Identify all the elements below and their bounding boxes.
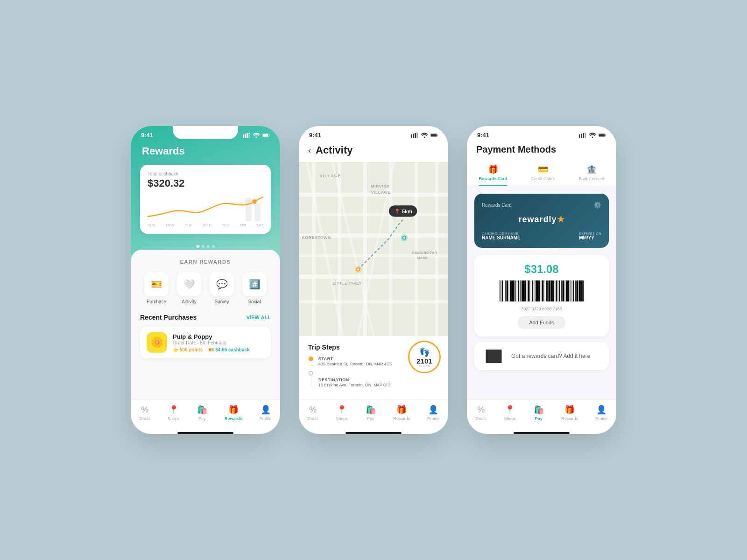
- svg-rect-68: [512, 280, 514, 301]
- tab-rewards-card[interactable]: 🎁 Rewards Card: [479, 164, 507, 186]
- nav-profile-1[interactable]: 👤 Profile: [260, 405, 272, 421]
- phone-notch-1: [173, 126, 238, 139]
- purchase-points: ⭐ 500 points: [173, 347, 203, 352]
- nav-shops-2[interactable]: 📍 Shops: [336, 405, 348, 421]
- svg-rect-2: [247, 133, 248, 138]
- purchase-item[interactable]: 🌼 Pulp & Poppy Order Date - 8th February…: [140, 327, 271, 358]
- nav-rewards-3[interactable]: 🎁 Rewards: [561, 405, 578, 421]
- nav-pay-3[interactable]: 🛍️ Pay: [534, 405, 544, 421]
- cashback-amount: $320.32: [148, 177, 263, 189]
- svg-rect-94: [549, 280, 550, 301]
- svg-rect-53: [585, 133, 586, 138]
- earn-social[interactable]: #️⃣ Social: [242, 272, 267, 304]
- payment-title: Payment Methods: [476, 144, 607, 155]
- tab-credit-cards[interactable]: 💳 Credit Cards: [531, 164, 555, 186]
- rewards-header: Rewards: [131, 140, 280, 165]
- card-top-row: Rewards Card ⚙️: [482, 201, 601, 209]
- nav-profile-2[interactable]: 👤 Profile: [428, 405, 440, 421]
- credit-cards-tab-label: Credit Cards: [531, 176, 555, 181]
- svg-rect-106: [566, 280, 567, 301]
- earn-rewards-title: EARN REWARDS: [140, 259, 271, 265]
- svg-rect-71: [517, 280, 517, 301]
- svg-rect-25: [299, 300, 448, 303]
- cashback-chart: [148, 193, 263, 221]
- phone-rewards: 9:41 Rewards Total cashback $320.32: [131, 126, 280, 434]
- back-button[interactable]: ‹: [308, 146, 311, 155]
- cashback-label: Total cashback: [148, 171, 263, 176]
- nav-shops-1[interactable]: 📍 Shops: [168, 405, 180, 421]
- rewards-label-3: Rewards: [561, 416, 578, 421]
- rewards-label: Rewards: [225, 416, 242, 421]
- svg-rect-92: [546, 280, 548, 301]
- svg-text:VILLAGE: VILLAGE: [371, 190, 391, 195]
- nav-profile-3[interactable]: 👤 Profile: [596, 405, 608, 421]
- svg-rect-74: [521, 280, 521, 301]
- svg-rect-65: [509, 280, 509, 301]
- svg-rect-88: [541, 280, 541, 301]
- step-line-2: [311, 377, 311, 386]
- purchase-icon-box: 🎫: [144, 272, 169, 296]
- add-funds-button[interactable]: Add Funds: [518, 316, 565, 329]
- svg-rect-108: [570, 280, 570, 301]
- earn-purchase[interactable]: 🎫 Purchase: [144, 272, 169, 304]
- deals-icon: %: [141, 405, 148, 415]
- svg-rect-13: [415, 133, 416, 138]
- shops-icon: 📍: [169, 405, 179, 415]
- barcode-container: [482, 280, 601, 304]
- svg-rect-83: [534, 280, 534, 301]
- pay-label-2: Pay: [367, 416, 374, 421]
- pay-icon: 🛍️: [197, 405, 207, 415]
- nav-deals-2[interactable]: % Deals: [308, 405, 318, 421]
- svg-text:📍 5km: 📍 5km: [394, 208, 412, 215]
- svg-rect-17: [431, 134, 437, 136]
- nav-deals-1[interactable]: % Deals: [140, 405, 150, 421]
- deals-icon-3: %: [477, 405, 485, 415]
- nav-rewards-1[interactable]: 🎁 Rewards: [225, 405, 242, 421]
- home-indicator-1: [177, 432, 233, 434]
- svg-rect-14: [416, 133, 418, 138]
- svg-rect-57: [606, 134, 606, 136]
- recent-purchases-title: Recent Purchases: [140, 314, 197, 321]
- svg-rect-58: [500, 280, 500, 301]
- svg-rect-85: [536, 280, 538, 301]
- add-card-section[interactable]: ▐█▌ Got a rewards card? Add it here: [474, 342, 609, 370]
- activity-title: Activity: [316, 144, 352, 156]
- card-balance-section: $31.08: [474, 255, 609, 336]
- nav-deals-3[interactable]: % Deals: [476, 405, 486, 421]
- earn-survey[interactable]: 💬 Survey: [210, 272, 234, 304]
- svg-rect-62: [505, 280, 506, 301]
- svg-rect-104: [563, 280, 564, 301]
- rewards-icon: 🎁: [228, 405, 239, 415]
- svg-rect-84: [535, 280, 536, 301]
- survey-icon-box: 💬: [210, 272, 234, 296]
- svg-rect-11: [411, 134, 412, 138]
- nav-shops-3[interactable]: 📍 Shops: [504, 405, 516, 421]
- shops-icon-2: 📍: [337, 405, 347, 415]
- svg-rect-59: [501, 280, 501, 301]
- view-all-button[interactable]: VIEW ALL: [247, 315, 271, 320]
- nav-pay-1[interactable]: 🛍️ Pay: [197, 405, 207, 421]
- tab-bank-account[interactable]: 🏦 Bank Account: [578, 164, 604, 186]
- svg-rect-56: [599, 134, 605, 136]
- activity-header: ‹ Activity: [299, 140, 448, 162]
- svg-point-46: [403, 237, 405, 238]
- settings-gear-icon[interactable]: ⚙️: [593, 201, 601, 209]
- svg-rect-101: [559, 280, 560, 301]
- svg-rect-7: [269, 134, 270, 136]
- svg-rect-51: [581, 133, 582, 138]
- nav-pay-2[interactable]: 🛍️ Pay: [366, 405, 376, 421]
- earn-activity[interactable]: 🤍 Activity: [177, 272, 201, 304]
- purchase-cashback: 🎫 $4.66 cashback: [208, 347, 249, 352]
- phone-payment: 9:41 Payment Methods 🎁 Rewards Card 💳 Cr…: [467, 126, 616, 434]
- dot-1: [197, 245, 199, 248]
- add-card-text: Got a rewards card? Add it here: [511, 353, 590, 359]
- profile-icon-3: 👤: [596, 405, 606, 415]
- map-container: VILLAGE MIRVISH VILLAGE KOREATOWN LITTLE…: [299, 162, 448, 336]
- svg-point-49: [357, 268, 359, 270]
- payment-content: Payment Methods 🎁 Rewards Card 💳 Credit …: [467, 140, 616, 399]
- nav-rewards-2[interactable]: 🎁 Rewards: [393, 405, 410, 421]
- time-1: 9:41: [141, 132, 153, 139]
- svg-rect-79: [528, 280, 529, 301]
- svg-rect-105: [565, 280, 565, 301]
- svg-rect-73: [520, 280, 521, 301]
